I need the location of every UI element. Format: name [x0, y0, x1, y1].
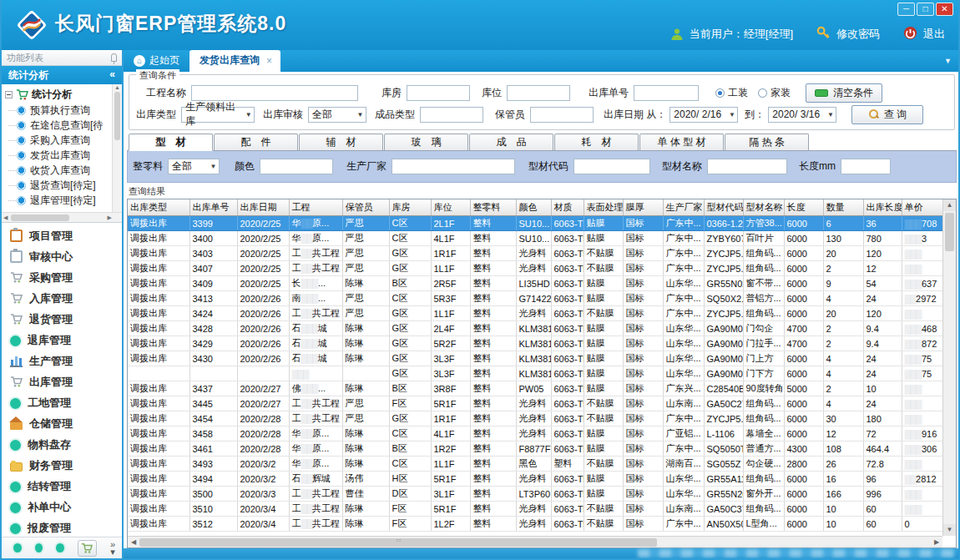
- column-header[interactable]: 表面处理: [584, 199, 623, 216]
- sidebar-module[interactable]: 结转管理: [2, 476, 122, 497]
- column-header[interactable]: 出库长度: [863, 199, 902, 216]
- material-tab[interactable]: 型 材: [129, 134, 213, 151]
- material-tab[interactable]: 单 体 型 材: [639, 134, 724, 150]
- table-row[interactable]: 调拨出库34372020/2/27佛▒▒▒...陈琳B区3R8F整料PW0560…: [128, 381, 942, 396]
- sidebar-module[interactable]: 生产管理: [2, 351, 122, 371]
- table-row[interactable]: 调拨出库34302020/2/26石▒▒▒城陈琳G区3L3F整料KLM38176…: [128, 351, 942, 366]
- table-row[interactable]: 调拨出库34002020/2/25华▒▒原...严思C区4L1F整料SU10..…: [128, 231, 942, 246]
- vertical-scroll-thumb[interactable]: [945, 213, 954, 251]
- pin-icon[interactable]: [111, 53, 117, 62]
- project-name-input[interactable]: [191, 85, 358, 101]
- tree-vertical-scrollbar[interactable]: ▲: [112, 84, 122, 213]
- column-header[interactable]: 出库单号: [189, 199, 237, 216]
- radio-jiazhuang[interactable]: 家装: [758, 86, 791, 100]
- column-header[interactable]: 单价: [902, 199, 942, 216]
- table-row[interactable]: ▒▒▒G区3L3F整料KLM38176063-T5贴膜国标山东华...GA90M…: [128, 366, 942, 381]
- clear-conditions-button[interactable]: 清空条件: [806, 83, 882, 103]
- column-header[interactable]: 型材名称: [743, 199, 784, 216]
- sidebar-module[interactable]: 项目管理: [2, 225, 122, 246]
- material-tab[interactable]: 成 品: [469, 134, 553, 150]
- horizontal-scroll-thumb[interactable]: [139, 538, 657, 547]
- scroll-down-icon[interactable]: ▼: [943, 524, 956, 536]
- table-row[interactable]: 调拨出库34582020/2/28华▒▒原...陈琳C区4L1F整料光身料606…: [128, 426, 942, 441]
- column-header[interactable]: 生产厂家: [663, 199, 704, 216]
- material-tab[interactable]: 玻 璃: [384, 134, 468, 150]
- sidebar-module[interactable]: 退库管理: [2, 330, 122, 351]
- column-header[interactable]: 工程: [289, 199, 342, 216]
- material-tab[interactable]: 辅 材: [299, 134, 383, 150]
- sidebar-module[interactable]: 退货管理: [2, 309, 122, 330]
- column-header[interactable]: 出库类型: [128, 199, 189, 216]
- material-tab[interactable]: 配 件: [214, 134, 298, 150]
- tree-item[interactable]: 发货出库查询: [5, 148, 122, 163]
- sidebar-module[interactable]: 物料盘存: [2, 434, 122, 455]
- table-row[interactable]: 调拨出库34242020/2/26工▒▒共工程严思G区1L1F整料光身料6063…: [128, 306, 942, 321]
- sidebar-module[interactable]: 审核中心: [2, 246, 122, 267]
- sidebar-module[interactable]: 报废管理: [2, 517, 122, 537]
- sidebar-module[interactable]: 入库管理: [2, 288, 122, 309]
- maker-input[interactable]: [392, 159, 515, 174]
- sidebar-module[interactable]: 财务管理: [2, 455, 122, 476]
- table-row[interactable]: 调拨出库34282020/2/26石▒▒▒城陈琳G区2L4F整料KLM38176…: [128, 321, 942, 336]
- tree-expander-icon[interactable]: [5, 91, 13, 98]
- module-dot-icon[interactable]: [56, 543, 64, 552]
- table-row[interactable]: 调拨出库34032020/2/25工▒▒共工程严思G区1R1F整料光身料6063…: [128, 246, 942, 261]
- product-type-input[interactable]: [420, 107, 483, 123]
- date-to-picker[interactable]: 2020/ 3/16▼: [768, 107, 836, 123]
- more-modules-button[interactable]: »▾: [110, 541, 115, 556]
- radio-unselected-icon[interactable]: [758, 88, 767, 98]
- table-row[interactable]: 调拨出库34292020/2/26石▒▒▒城陈琳G区5R2F整料KLM38176…: [128, 336, 942, 351]
- table-row[interactable]: 调拨出库35102020/3/4工▒▒共工程陈琳F区5R1F整料光身料6063-…: [128, 502, 942, 517]
- tree-item[interactable]: 收货入库查询: [5, 163, 122, 178]
- sidebar-module[interactable]: 补单中心: [2, 497, 122, 517]
- table-row[interactable]: 调拨出库34092020/2/25长▒▒▒...陈琳B区2R5F整料LI35HD…: [128, 276, 942, 291]
- date-from-picker[interactable]: 2020/ 2/16▼: [669, 107, 738, 123]
- scroll-left-icon[interactable]: ◀: [128, 538, 139, 546]
- sidebar-module[interactable]: 仓储管理: [2, 413, 122, 434]
- sidebar-module[interactable]: 工地管理: [2, 392, 122, 413]
- tree-item[interactable]: 退货查询[待定]: [5, 178, 122, 193]
- table-row[interactable]: 调拨出库34132020/2/26南▒▒▒...严思C区5R3F整料G71422…: [128, 291, 942, 306]
- column-header[interactable]: 数量: [823, 199, 863, 216]
- radio-gongzhuang[interactable]: 工装: [715, 86, 748, 100]
- profile-code-input[interactable]: [573, 159, 650, 174]
- tree-item[interactable]: 预算执行查询: [5, 103, 122, 118]
- location-input[interactable]: [507, 85, 570, 101]
- keeper-input[interactable]: [530, 107, 594, 123]
- order-no-input[interactable]: [634, 85, 699, 101]
- column-header[interactable]: 型材代码: [704, 199, 743, 216]
- column-header[interactable]: 库房: [389, 199, 431, 216]
- module-dot-icon[interactable]: [35, 543, 43, 552]
- scroll-right-icon[interactable]: ▶: [931, 538, 942, 546]
- sidebar-module[interactable]: 出库管理: [2, 371, 122, 392]
- table-row[interactable]: 调拨出库33992020/2/25华▒▒原...严思C区2L1F整料SU10..…: [128, 216, 942, 231]
- table-row[interactable]: 调拨出库34542020/2/28工▒▒共工程严思G区1R1F整料光身料6063…: [128, 411, 942, 426]
- minimize-button[interactable]: ─: [897, 3, 915, 16]
- table-row[interactable]: 调拨出库34942020/3/2石▒▒辉城汤伟H区5R1F整料光身料6063-T…: [128, 472, 942, 487]
- column-header[interactable]: 材质: [551, 199, 584, 216]
- sidebar-module[interactable]: 采购管理: [2, 267, 122, 288]
- tree-root-node[interactable]: 统计分析: [5, 86, 122, 103]
- radio-selected-icon[interactable]: [715, 88, 725, 98]
- maximize-button[interactable]: □: [917, 3, 934, 16]
- tab-list-dropdown-icon[interactable]: ▼: [944, 57, 952, 65]
- tab-close-icon[interactable]: ×: [266, 55, 272, 67]
- table-row[interactable]: 调拨出库34072020/2/25工▒▒共工程严思G区1L1F整料光身料6063…: [128, 261, 942, 276]
- column-header[interactable]: 保管员: [342, 199, 389, 216]
- column-header[interactable]: 库位: [431, 199, 470, 216]
- tree-item[interactable]: 在途信息查询[待: [5, 118, 122, 133]
- collapse-icon[interactable]: «: [109, 68, 115, 80]
- table-row[interactable]: 调拨出库34932020/3/2华▒▒原...陈琳C区1L1F整料黑色塑料不贴膜…: [128, 457, 942, 472]
- column-header[interactable]: 整零料: [470, 199, 516, 216]
- search-button[interactable]: 查 询: [851, 105, 923, 124]
- color-input[interactable]: [260, 159, 333, 174]
- column-header[interactable]: 长度: [784, 199, 823, 216]
- profile-name-input[interactable]: [707, 159, 787, 174]
- grid-vertical-scrollbar[interactable]: ▲ ▼: [942, 199, 956, 536]
- tree-horizontal-scrollbar[interactable]: ◀▶: [2, 212, 122, 222]
- material-tab[interactable]: 隔 热 条: [725, 134, 809, 150]
- column-header[interactable]: 颜色: [516, 199, 551, 216]
- logout-link[interactable]: 退出: [923, 27, 945, 42]
- tab-shipping-outbound-query[interactable]: 发货出库查询 ×: [189, 50, 280, 72]
- tree-item[interactable]: 退库管理[待定]: [5, 193, 122, 208]
